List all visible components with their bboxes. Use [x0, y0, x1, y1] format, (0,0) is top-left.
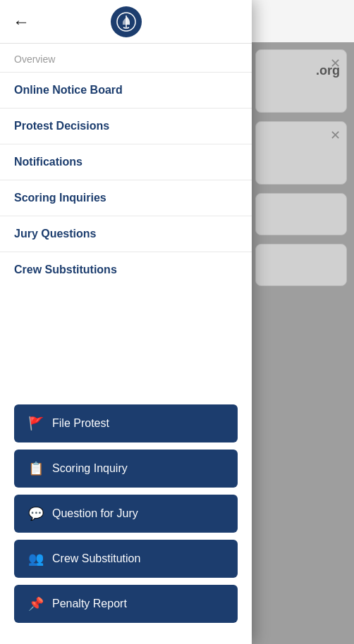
- bg-card-close-2: ✕: [330, 128, 341, 143]
- drawer-header: ←: [0, 0, 252, 44]
- bg-card-1: ✕: [255, 49, 347, 113]
- question-jury-label: Question for Jury: [52, 507, 138, 520]
- logo-icon: [116, 12, 136, 32]
- nav-item-scoring-inquiries[interactable]: Scoring Inquiries: [0, 180, 252, 216]
- nav-drawer: ← Overview Online Notice Board Protest D…: [0, 0, 252, 644]
- file-protest-label: File Protest: [52, 417, 109, 430]
- nav-item-notifications[interactable]: Notifications: [0, 144, 252, 180]
- actions-section: 🚩 File Protest 📋 Scoring Inquiry 💬 Quest…: [0, 392, 252, 644]
- penalty-report-icon: 📌: [28, 596, 44, 612]
- scoring-inquiry-label: Scoring Inquiry: [52, 462, 128, 475]
- bg-card-2: ✕: [255, 121, 347, 185]
- nav-item-crew-substitutions[interactable]: Crew Substitutions: [0, 252, 252, 287]
- nav-item-online-notice-board[interactable]: Online Notice Board: [0, 72, 252, 108]
- crew-substitution-icon: 👥: [28, 551, 44, 566]
- file-protest-button[interactable]: 🚩 File Protest: [14, 404, 238, 442]
- question-for-jury-button[interactable]: 💬 Question for Jury: [14, 495, 238, 533]
- penalty-report-button[interactable]: 📌 Penalty Report: [14, 585, 238, 623]
- bg-card-3: [255, 193, 347, 235]
- bg-card-4: [255, 244, 347, 286]
- scoring-inquiry-icon: 📋: [28, 461, 44, 476]
- crew-substitution-button[interactable]: 👥 Crew Substitution: [14, 540, 238, 578]
- file-protest-icon: 🚩: [28, 416, 44, 431]
- back-button[interactable]: ←: [13, 13, 30, 30]
- nav-item-jury-questions[interactable]: Jury Questions: [0, 216, 252, 252]
- nav-section: Overview Online Notice Board Protest Dec…: [0, 44, 252, 392]
- nav-overview-label: Overview: [0, 44, 252, 72]
- bg-org-text: .org: [316, 63, 340, 78]
- scoring-inquiry-button[interactable]: 📋 Scoring Inquiry: [14, 450, 238, 488]
- logo-circle: [111, 6, 142, 37]
- penalty-report-label: Penalty Report: [52, 597, 127, 610]
- nav-item-protest-decisions[interactable]: Protest Decisions: [0, 108, 252, 144]
- question-jury-icon: 💬: [28, 506, 44, 521]
- crew-substitution-label: Crew Substitution: [52, 552, 140, 565]
